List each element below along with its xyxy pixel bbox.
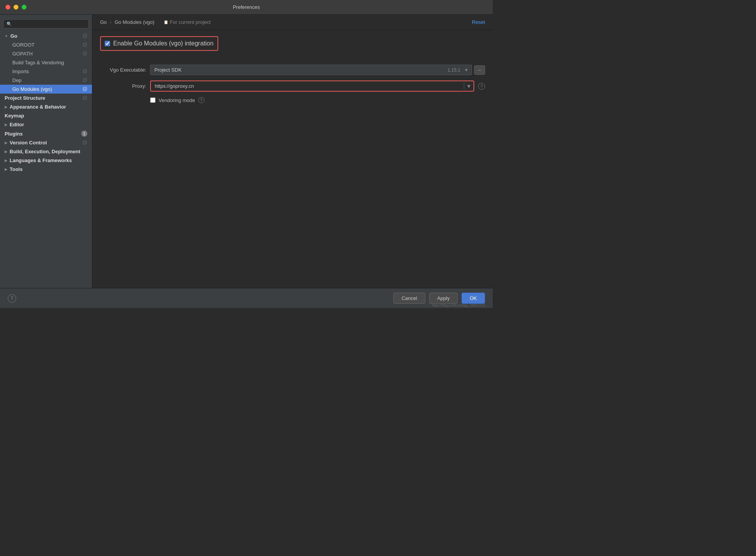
sidebar-item-editor[interactable]: ▶ Editor xyxy=(0,120,92,129)
svg-rect-11 xyxy=(84,87,87,90)
vendoring-mode-checkbox[interactable] xyxy=(150,97,156,103)
copy-icon xyxy=(83,87,87,92)
sidebar-item-plugins-label: Plugins xyxy=(5,131,23,137)
enable-modules-checkbox[interactable] xyxy=(105,41,110,46)
sidebar-item-tools[interactable]: ▶ Tools xyxy=(0,165,92,174)
copy-icon xyxy=(83,140,87,146)
minimize-button[interactable] xyxy=(13,5,18,10)
plugins-badge: 1 xyxy=(81,131,87,137)
svg-rect-13 xyxy=(84,96,87,99)
sidebar-item-go[interactable]: ▼ Go xyxy=(0,32,92,40)
expand-arrow-icon: ▼ xyxy=(5,34,8,38)
proxy-input[interactable] xyxy=(151,81,464,91)
sidebar-item-build-execution-label: Build, Execution, Deployment xyxy=(10,149,80,154)
content-panel: Go › Go Modules (vgo) 📋 For current proj… xyxy=(92,15,493,288)
sidebar-item-version-control[interactable]: ▶ Version Control xyxy=(0,138,92,147)
svg-rect-4 xyxy=(83,52,86,55)
svg-rect-3 xyxy=(84,43,87,46)
sdk-select[interactable]: Project SDK 1.15.1 ▾ xyxy=(150,65,472,75)
expand-arrow-icon: ▶ xyxy=(5,150,7,154)
ok-button[interactable]: OK xyxy=(462,293,485,304)
cancel-button[interactable]: Cancel xyxy=(393,293,425,304)
svg-rect-1 xyxy=(84,34,87,37)
vendoring-mode-label: Vendoring mode xyxy=(159,97,195,103)
breadcrumb-parent: Go xyxy=(100,19,107,25)
expand-arrow-icon: ▶ xyxy=(5,141,7,145)
breadcrumb-separator: › xyxy=(110,19,111,25)
copy-icon xyxy=(83,69,87,74)
traffic-lights xyxy=(5,5,27,10)
sidebar-item-appearance-label: Appearance & Behavior xyxy=(10,104,66,110)
sidebar-item-go-modules[interactable]: Go Modules (vgo) xyxy=(0,85,92,94)
sdk-value: Project SDK xyxy=(154,67,182,73)
sidebar-item-goroot[interactable]: GOROOT xyxy=(0,40,92,49)
proxy-row: Proxy: ▾ ? xyxy=(100,80,485,92)
sidebar-item-tools-label: Tools xyxy=(10,166,23,172)
sidebar-item-imports[interactable]: Imports xyxy=(0,67,92,76)
sidebar-item-project-structure-label: Project Structure xyxy=(5,95,45,101)
copy-icon xyxy=(83,42,87,48)
copy-icon xyxy=(83,78,87,83)
dropdown-arrow-icon: ▾ xyxy=(465,67,468,73)
sidebar-item-languages[interactable]: ▶ Languages & Frameworks xyxy=(0,156,92,165)
sidebar-item-appearance[interactable]: ▶ Appearance & Behavior xyxy=(0,102,92,111)
search-input[interactable] xyxy=(14,21,85,27)
sidebar-item-go-label: Go xyxy=(10,33,17,39)
svg-rect-6 xyxy=(83,70,86,73)
svg-rect-12 xyxy=(83,97,86,100)
proxy-input-container: ▾ xyxy=(150,80,474,92)
watermark-text: https://blog.csdn.net/qq_34021712 xyxy=(432,303,485,307)
copy-icon xyxy=(83,51,87,57)
proxy-dropdown-arrow-icon[interactable]: ▾ xyxy=(464,82,473,90)
search-icon: 🔍 xyxy=(7,22,12,27)
proxy-help-icon[interactable]: ? xyxy=(478,83,485,90)
proxy-label: Proxy: xyxy=(100,83,146,89)
svg-rect-5 xyxy=(84,52,87,55)
sdk-select-container: Project SDK 1.15.1 ▾ ··· xyxy=(150,65,485,75)
maximize-button[interactable] xyxy=(22,5,27,10)
expand-arrow-icon: ▶ xyxy=(5,105,7,109)
close-button[interactable] xyxy=(5,5,10,10)
sidebar-item-gopath-label: GOPATH xyxy=(12,51,33,57)
apply-button[interactable]: Apply xyxy=(429,293,458,304)
help-button[interactable]: ? xyxy=(8,294,16,303)
enable-module-row: Enable Go Modules (vgo) integration xyxy=(100,36,485,58)
svg-rect-15 xyxy=(84,141,87,144)
sidebar-item-languages-label: Languages & Frameworks xyxy=(10,157,72,163)
sidebar-item-go-modules-label: Go Modules (vgo) xyxy=(12,86,52,92)
sidebar-item-keymap-label: Keymap xyxy=(5,113,24,119)
sdk-version: 1.15.1 xyxy=(448,67,460,73)
svg-rect-10 xyxy=(83,88,86,91)
search-box[interactable]: 🔍 xyxy=(3,19,89,28)
expand-arrow-icon: ▶ xyxy=(5,159,7,162)
svg-rect-14 xyxy=(83,141,86,144)
svg-rect-7 xyxy=(84,69,87,72)
sidebar-item-gopath[interactable]: GOPATH xyxy=(0,49,92,58)
content-header: Go › Go Modules (vgo) 📋 For current proj… xyxy=(92,15,493,30)
vgo-executable-label: Vgo Executable: xyxy=(100,67,146,73)
copy-icon xyxy=(83,33,87,39)
content-body: Enable Go Modules (vgo) integration Vgo … xyxy=(92,30,493,288)
sidebar-item-dep[interactable]: Dep xyxy=(0,76,92,85)
sidebar-item-plugins[interactable]: Plugins 1 xyxy=(0,129,92,138)
reset-button[interactable]: Reset xyxy=(472,19,485,25)
sidebar-item-build-execution[interactable]: ▶ Build, Execution, Deployment xyxy=(0,147,92,156)
sidebar: 🔍 ▼ Go GOROOT GOPATH Build Ta xyxy=(0,15,92,288)
svg-rect-8 xyxy=(83,79,86,82)
sidebar-item-dep-label: Dep xyxy=(12,77,22,83)
window-title: Preferences xyxy=(233,4,260,10)
enable-modules-label: Enable Go Modules (vgo) integration xyxy=(113,40,214,47)
sidebar-item-imports-label: Imports xyxy=(12,69,29,74)
sidebar-item-goroot-label: GOROOT xyxy=(12,42,35,48)
vgo-executable-row: Vgo Executable: Project SDK 1.15.1 ▾ ··· xyxy=(100,65,485,75)
more-button[interactable]: ··· xyxy=(474,65,485,75)
main-container: 🔍 ▼ Go GOROOT GOPATH Build Ta xyxy=(0,15,493,288)
svg-rect-0 xyxy=(83,35,86,38)
vendoring-mode-row: Vendoring mode ? xyxy=(150,97,485,103)
expand-arrow-icon: ▶ xyxy=(5,167,7,171)
vendoring-help-icon[interactable]: ? xyxy=(198,97,204,103)
sidebar-item-build-tags[interactable]: Build Tags & Vendoring xyxy=(0,58,92,67)
sidebar-item-keymap[interactable]: Keymap xyxy=(0,111,92,120)
sidebar-item-project-structure[interactable]: Project Structure xyxy=(0,94,92,102)
copy-icon xyxy=(83,95,87,101)
